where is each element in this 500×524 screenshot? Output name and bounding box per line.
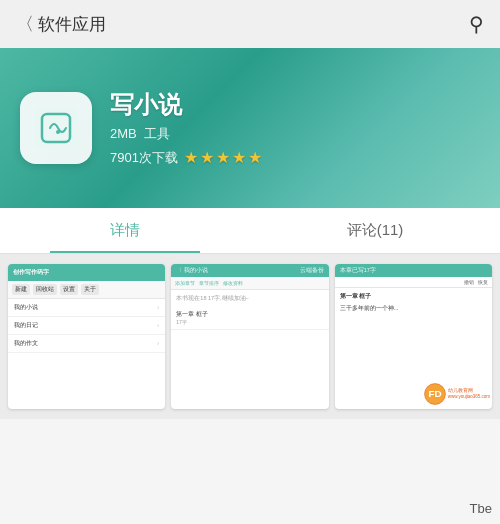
star-5: ★: [248, 148, 262, 167]
watermark-logo: FD: [424, 383, 446, 405]
sc3-content: 第一章 框子 三千多年前的一个神...: [335, 288, 492, 317]
sc1-btn-settings: 设置: [60, 284, 78, 295]
svg-text:FD: FD: [428, 388, 441, 399]
header: 〈 软件应用 ⚲: [0, 0, 500, 48]
app-info: 写小说 2MB 工具 7901次下载 ★ ★ ★ ★ ★: [110, 89, 262, 167]
tab-reviews[interactable]: 评论(11): [250, 208, 500, 253]
star-2: ★: [200, 148, 214, 167]
screenshot-preview: 创作写作码字 新建 回收站 设置 关于 我的小说 › 我的日记 › 我的作文 ›…: [0, 254, 500, 419]
back-icon: 〈: [16, 12, 34, 36]
screenshot-2: 〈 我的小说 云端备份 添加章节 章节排序 修改资料 本书现在18 17字,继续…: [171, 264, 328, 409]
app-meta: 2MB 工具: [110, 125, 262, 143]
app-icon: [20, 92, 92, 164]
sc1-item-novels: 我的小说 ›: [8, 299, 165, 317]
star-3: ★: [216, 148, 230, 167]
app-downloads: 7901次下载: [110, 149, 178, 167]
svg-point-2: [56, 130, 60, 134]
sc2-header: 〈 我的小说 云端备份: [171, 264, 328, 277]
sc1-item-diary: 我的日记 ›: [8, 317, 165, 335]
sc3-header: 本章已写17字: [335, 264, 492, 277]
app-category: 工具: [144, 126, 170, 141]
star-rating: ★ ★ ★ ★ ★: [184, 148, 262, 167]
tab-details[interactable]: 详情: [0, 208, 250, 253]
sc1-btn-trash: 回收站: [33, 284, 57, 295]
sc1-btn-about: 关于: [81, 284, 99, 295]
sc3-toolbar: 撤销 恢复: [335, 277, 492, 288]
search-icon[interactable]: ⚲: [469, 12, 484, 36]
watermark-text: 幼儿教育网 www.youjiao365.com: [448, 388, 490, 400]
app-size: 2MB: [110, 126, 137, 141]
header-title: 软件应用: [38, 13, 106, 36]
sc2-chapter: 第一章 框子 17字: [171, 306, 328, 330]
sc2-hint: 本书现在18 17字,继续加油~: [171, 290, 328, 306]
sc2-toolbar: 添加章节 章节排序 修改资料: [171, 277, 328, 290]
details-section: Tbe: [0, 419, 500, 524]
sc2-header-right: 云端备份: [300, 267, 324, 274]
back-button[interactable]: 〈 软件应用: [16, 12, 106, 36]
tbe-label: Tbe: [470, 501, 492, 516]
sc1-header: 创作写作码字: [8, 264, 165, 281]
screenshot-3: 本章已写17字 撤销 恢复 第一章 框子 三千多年前的一个神... FD 幼儿教…: [335, 264, 492, 409]
sc1-btn-new: 新建: [12, 284, 30, 295]
star-4: ★: [232, 148, 246, 167]
sc2-header-left: 〈 我的小说: [176, 267, 208, 274]
star-1: ★: [184, 148, 198, 167]
tab-bar: 详情 评论(11): [0, 208, 500, 254]
app-name: 写小说: [110, 89, 262, 121]
watermark: FD 幼儿教育网 www.youjiao365.com: [424, 383, 490, 405]
app-rating-row: 7901次下载 ★ ★ ★ ★ ★: [110, 148, 262, 167]
sc1-item-essay: 我的作文 ›: [8, 335, 165, 353]
screenshot-1: 创作写作码字 新建 回收站 设置 关于 我的小说 › 我的日记 › 我的作文 ›: [8, 264, 165, 409]
svg-rect-0: [34, 106, 78, 150]
sc1-toolbar: 新建 回收站 设置 关于: [8, 281, 165, 299]
app-hero-banner: 写小说 2MB 工具 7901次下载 ★ ★ ★ ★ ★: [0, 48, 500, 208]
